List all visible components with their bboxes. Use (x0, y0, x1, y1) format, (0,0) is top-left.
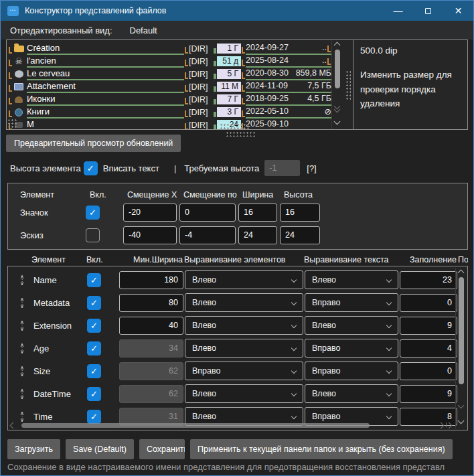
apply-close-button[interactable]: Применить к текущей панели папок и закры… (190, 439, 453, 459)
width-input[interactable]: 16 (238, 204, 277, 222)
enabled-checkbox[interactable] (87, 296, 101, 310)
fill-input[interactable]: 23 (400, 271, 457, 289)
scroll-left-icon[interactable] (10, 422, 17, 429)
enabled-checkbox[interactable] (87, 387, 101, 401)
enabled-checkbox[interactable] (87, 341, 101, 355)
maximize-icon (425, 8, 431, 14)
title-bar[interactable]: ⋯ Конструктор представлений файлов — ✕ (1, 1, 473, 21)
fill-input[interactable]: 9 (400, 385, 457, 403)
age-badge: 3 Г (217, 107, 241, 117)
min-width-input[interactable]: 80 (119, 294, 183, 312)
file-list-scrollbar[interactable] (331, 40, 343, 129)
align-items-dropdown[interactable]: Влево (185, 384, 303, 403)
align-text-dropdown[interactable]: Влево (305, 270, 398, 289)
file-row[interactable]: М [DIR] 24 2025-09-10 (8, 118, 331, 129)
file-row[interactable]: Création [DIR] 1 Г 2024-09-27 .. (8, 42, 331, 55)
min-width-input[interactable]: 34 (119, 339, 183, 358)
height-input[interactable]: 16 (280, 204, 320, 222)
file-row[interactable]: Le cerveau [DIR] 5 Г 2020-08-30 859,8 МБ (8, 68, 331, 80)
drag-handle-icon[interactable]: ∧:∨ (17, 366, 27, 376)
resize-grip-icon[interactable] (226, 131, 256, 137)
align-items-dropdown[interactable]: Влево (185, 293, 303, 312)
scroll-down-icon[interactable] (334, 118, 341, 125)
required-height-input[interactable]: -1 (264, 160, 300, 176)
align-text-dropdown[interactable]: Влево (305, 316, 398, 335)
resize-grip-icon[interactable] (7, 118, 18, 129)
fill-input[interactable]: 0 (400, 294, 457, 312)
scrollbar-thumb[interactable] (335, 50, 340, 88)
scroll-up-icon[interactable] (334, 42, 341, 49)
enabled-checkbox[interactable] (86, 228, 100, 242)
col-min-width: Мин.Ширина (118, 255, 183, 264)
scroll-collapse-icon[interactable] (334, 106, 341, 113)
fill-input[interactable]: 0 (400, 362, 457, 380)
min-width-input[interactable]: 62 (119, 362, 183, 380)
file-row[interactable]: Attachement [DIR] 11 М 2024-11-09 7,5 ГБ (8, 80, 331, 93)
align-items-dropdown[interactable]: Влево (185, 270, 303, 289)
fill-input[interactable]: 4 (400, 339, 457, 358)
height-input[interactable]: 24 (280, 226, 320, 244)
save-default-button[interactable]: Save (Default) (66, 439, 134, 459)
help-link[interactable]: [?] (307, 163, 316, 173)
scroll-up-icon[interactable] (458, 270, 465, 276)
scrollbar-thumb[interactable] (459, 277, 464, 384)
columns-scrollbar-horizontal[interactable] (11, 422, 453, 428)
file-row[interactable]: Иконки [DIR] 7 Г 2018-09-25 4,5 ГБ (8, 93, 331, 106)
scroll-right-icon[interactable] (446, 422, 453, 429)
align-text-dropdown[interactable]: Вправо (305, 362, 398, 380)
file-icon (13, 82, 25, 92)
resize-grip-icon[interactable] (220, 123, 250, 129)
drag-handle-icon[interactable]: ∧:∨ (17, 275, 27, 285)
close-button[interactable]: ✕ (443, 1, 473, 21)
scroll-down-icon[interactable] (458, 418, 465, 424)
edited-view-value[interactable]: Default (130, 25, 157, 35)
enabled-checkbox[interactable] (87, 364, 101, 378)
enabled-checkbox[interactable] (87, 319, 101, 333)
scrollbar-thumb[interactable] (21, 423, 370, 428)
drag-handle-icon[interactable]: ∧:∨ (17, 298, 27, 308)
minimize-button[interactable]: — (383, 1, 413, 21)
offset-y-input[interactable]: 0 (179, 204, 236, 222)
min-width-input[interactable]: 40 (119, 317, 183, 335)
align-items-dropdown[interactable]: Влево (185, 339, 303, 358)
enabled-checkbox[interactable] (87, 273, 101, 287)
preview-updates-button[interactable]: Предварительный просмотр обновлений (6, 135, 181, 152)
dialog-window: ⋯ Конструктор представлений файлов — ✕ О… (0, 0, 474, 476)
min-width-input[interactable]: 180 (119, 271, 183, 289)
width-input[interactable]: 24 (238, 226, 277, 244)
offset-y-input[interactable]: -4 (179, 226, 236, 244)
fit-text-checkbox[interactable] (84, 161, 98, 175)
align-items-dropdown[interactable]: Вправо (185, 362, 303, 380)
align-text-dropdown[interactable]: Влево (305, 384, 398, 403)
save-named-button[interactable]: Сохранить к (139, 439, 185, 459)
file-list[interactable]: Création [DIR] 1 Г 2024-09-27 .. (7, 40, 331, 129)
align-text-dropdown[interactable]: Вправо (305, 293, 398, 312)
align-text-dropdown[interactable]: Вправо (305, 339, 398, 358)
min-width-input[interactable]: 62 (119, 385, 183, 403)
load-button[interactable]: Загрузить (7, 439, 60, 459)
file-name: Иконки (27, 94, 56, 104)
drag-handle-icon[interactable]: ∧:∨ (17, 321, 27, 331)
enabled-checkbox[interactable] (86, 206, 100, 220)
row-label: Metadata (32, 298, 86, 308)
file-date: 2025-08-24 (246, 56, 289, 66)
enabled-checkbox[interactable] (87, 410, 101, 424)
layout-marker-icon (185, 72, 188, 79)
file-row[interactable]: Книги [DIR] 3 Г 2022-05-10 ⊘ (8, 106, 331, 118)
layout-marker-icon (9, 98, 12, 104)
scroll-collapse-icon[interactable] (458, 402, 465, 409)
offset-x-input[interactable]: -40 (123, 226, 177, 244)
drag-handle-icon[interactable]: ∧:∨ (17, 412, 27, 422)
columns-table-row: ∧:∨ Extension 40 Влево Влево 9 (8, 314, 467, 337)
align-items-dropdown[interactable]: Влево (185, 316, 303, 335)
panel-splitter[interactable] (343, 40, 353, 129)
layout-guide-icon (214, 74, 216, 79)
scroll-end-icon[interactable] (438, 422, 445, 429)
file-row[interactable]: ☠ l'ancien [DIR] 51 д 2025-08-24 .. (8, 55, 331, 68)
offset-x-input[interactable]: -20 (123, 204, 177, 222)
drag-handle-icon[interactable]: ∧:∨ (17, 343, 27, 353)
drag-handle-icon[interactable]: ∧:∨ (17, 389, 27, 399)
maximize-button[interactable] (413, 1, 443, 21)
fill-input[interactable]: 9 (400, 317, 457, 335)
columns-scrollbar-vertical[interactable] (455, 268, 466, 428)
